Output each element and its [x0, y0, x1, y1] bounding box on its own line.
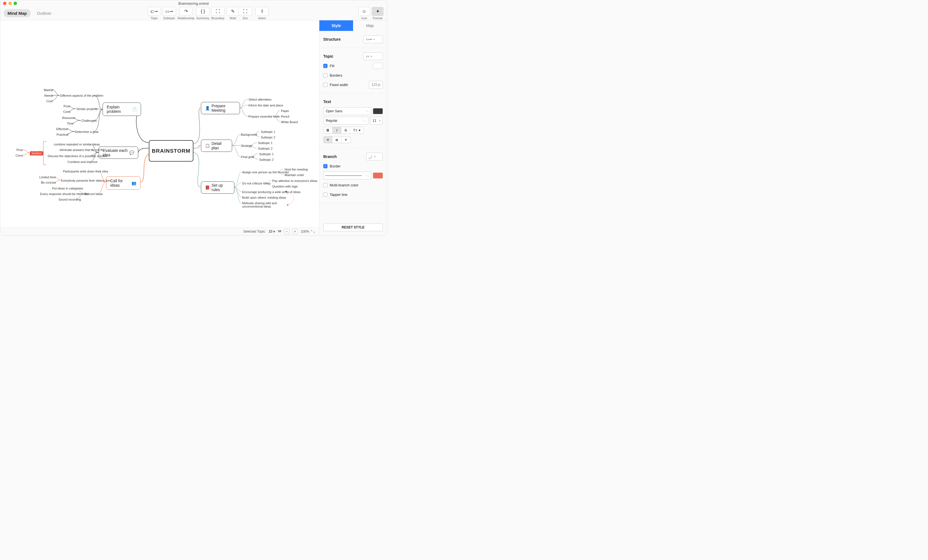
- leaf[interactable]: Build upon others' existing ideas: [242, 196, 286, 199]
- check-border[interactable]: ✓: [323, 164, 327, 168]
- weight-select[interactable]: Regular⌃⌄: [323, 117, 368, 125]
- leaf[interactable]: Limited time: [39, 175, 56, 179]
- leaf[interactable]: Encourage producing a wide array of idea…: [242, 190, 301, 194]
- bold-button[interactable]: B: [324, 127, 333, 133]
- tool-note[interactable]: ✎Note: [226, 7, 240, 20]
- leaf[interactable]: combine repeated or similar ideas: [54, 143, 100, 146]
- strike-button[interactable]: S: [341, 127, 350, 133]
- border-line-select[interactable]: ⌃⌄: [323, 172, 371, 179]
- leaf[interactable]: Pay attention to everyone's ideas: [272, 179, 317, 183]
- leaf[interactable]: eliminate answers that do not fit: [60, 148, 103, 151]
- structure-select[interactable]: ▭⊸ ▾: [363, 35, 383, 43]
- tab-outliner[interactable]: Outliner: [33, 9, 55, 17]
- leaf[interactable]: Everybody presents their idea in turn: [61, 179, 111, 182]
- leaf[interactable]: Select attendees: [249, 98, 272, 101]
- reset-style-button[interactable]: RESET STYLE: [323, 223, 383, 231]
- leaf[interactable]: Background: [241, 133, 257, 136]
- leaf[interactable]: Motivate sharing wild and unconventional…: [242, 201, 287, 208]
- node-call[interactable]: Call for ideas👥: [106, 176, 140, 190]
- leaf[interactable]: Maintain order: [284, 173, 304, 177]
- zoom-level[interactable]: 100% ⌃⌄: [301, 230, 316, 233]
- zoom-out-button[interactable]: −: [284, 229, 290, 234]
- node-rules[interactable]: 📕Set up rules: [201, 182, 234, 194]
- border-color[interactable]: [373, 172, 383, 179]
- leaf[interactable]: Strategy: [241, 144, 252, 147]
- leaf[interactable]: Practical: [56, 133, 68, 136]
- leaf[interactable]: Combine and improve: [67, 160, 98, 163]
- leaf[interactable]: Prepare essential tools: [248, 115, 279, 118]
- tool-icon[interactable]: ☺Icon: [359, 7, 370, 20]
- font-select[interactable]: Open Sans⌃⌄: [323, 107, 371, 115]
- leaf[interactable]: Do not criticize ideas: [242, 182, 270, 185]
- leaf[interactable]: Pencil: [281, 115, 289, 118]
- fill-color[interactable]: [373, 63, 383, 69]
- leaf[interactable]: Determine a goal: [75, 130, 98, 133]
- panel-tab-map[interactable]: Map: [353, 20, 387, 31]
- tool-format[interactable]: ✦Format: [372, 7, 383, 20]
- leaf[interactable]: Different aspects of the problem: [60, 94, 104, 97]
- node-prepare[interactable]: 👤Prepare Meeting: [201, 102, 240, 114]
- leaf[interactable]: Subtopic 1: [258, 141, 273, 145]
- leaf[interactable]: Be concise: [41, 181, 56, 184]
- leaf[interactable]: Effective: [56, 127, 68, 131]
- check-tapper[interactable]: [323, 192, 327, 197]
- node-center[interactable]: BRAINSTORM: [149, 140, 194, 162]
- leaf[interactable]: Sound recording: [58, 198, 81, 201]
- leaf[interactable]: Pros: [17, 148, 23, 151]
- leaf[interactable]: Cons: [63, 110, 70, 113]
- tool-relationship[interactable]: ↷Relationship: [177, 7, 194, 20]
- leaf[interactable]: Market: [44, 89, 53, 92]
- leaf[interactable]: Final goal: [241, 155, 254, 159]
- leaf[interactable]: Put ideas in categories: [52, 187, 83, 190]
- textcase-button[interactable]: Tᴛ ▾: [350, 127, 363, 133]
- leaf[interactable]: Subtopic 1: [261, 130, 275, 133]
- leaf[interactable]: Inform the date and place: [248, 104, 283, 107]
- tool-subtopic[interactable]: ▭⊸Subtopic: [162, 7, 176, 20]
- leaf[interactable]: Time: [67, 122, 73, 125]
- text-color[interactable]: [373, 108, 383, 114]
- tool-boundary[interactable]: ⛶Boundary: [211, 7, 224, 20]
- check-borders[interactable]: [323, 73, 327, 78]
- fixedwidth-input[interactable]: [369, 81, 383, 89]
- leaf[interactable]: Subtopic 2: [259, 158, 274, 161]
- leaf[interactable]: Resource: [62, 116, 75, 119]
- tool-share[interactable]: ⇪share: [255, 7, 269, 20]
- size-select[interactable]: 11▾: [370, 117, 383, 125]
- leaf[interactable]: Paper: [281, 109, 289, 113]
- leaf[interactable]: Every response should be recorded: [40, 192, 89, 195]
- leaf[interactable]: Participants write down their idea: [63, 170, 108, 173]
- branch-style-select[interactable]: ⎯⎨ ▾: [366, 153, 383, 160]
- leaf[interactable]: Challenges: [81, 119, 97, 122]
- leaf[interactable]: Question with logic: [272, 185, 298, 188]
- tool-summary[interactable]: { }Summary: [196, 7, 209, 20]
- node-explain[interactable]: Explain problem📄: [102, 102, 141, 116]
- leaf[interactable]: Assign one person as the recorder: [242, 171, 289, 174]
- tab-mindmap[interactable]: Mind Map: [4, 9, 31, 17]
- leaf[interactable]: Pros: [64, 104, 70, 108]
- panel-tab-style[interactable]: Style: [319, 20, 353, 31]
- check-fill[interactable]: ✓: [323, 64, 327, 68]
- selected-count[interactable]: 23 ▾: [269, 230, 275, 233]
- leaf[interactable]: Discuss the objectives of a possible sol…: [48, 154, 108, 158]
- align-left-button[interactable]: ≡: [324, 137, 333, 143]
- leaf[interactable]: Cost: [46, 99, 53, 103]
- leaf[interactable]: Cons: [15, 154, 23, 157]
- zoom-in-button[interactable]: +: [292, 229, 298, 234]
- leaf[interactable]: Subtopic 2: [258, 147, 273, 150]
- map-overview-icon[interactable]: 🗺: [278, 230, 281, 233]
- node-solution[interactable]: Solution: [30, 151, 43, 156]
- tool-zen[interactable]: ⛶Zen: [238, 7, 252, 20]
- leaf[interactable]: Subtopic 2: [261, 136, 275, 139]
- leaf[interactable]: Host the meeting: [284, 168, 308, 171]
- canvas[interactable]: BRAINSTORM Explain problem📄 Evaluate eac…: [0, 20, 319, 235]
- italic-button[interactable]: I: [333, 127, 341, 133]
- leaf[interactable]: Needs: [44, 94, 53, 97]
- topic-shape-select[interactable]: ▭ ▾: [363, 52, 383, 60]
- align-right-button[interactable]: ≡: [341, 137, 350, 143]
- leaf[interactable]: Subtopic 1: [259, 153, 274, 156]
- check-multibranch[interactable]: [323, 183, 327, 187]
- tool-topic[interactable]: ⊏⊸Topic: [147, 7, 161, 20]
- check-fixedwidth[interactable]: [323, 83, 327, 87]
- node-detail[interactable]: 📋Detail plan: [201, 140, 232, 152]
- leaf[interactable]: White Board: [281, 121, 298, 124]
